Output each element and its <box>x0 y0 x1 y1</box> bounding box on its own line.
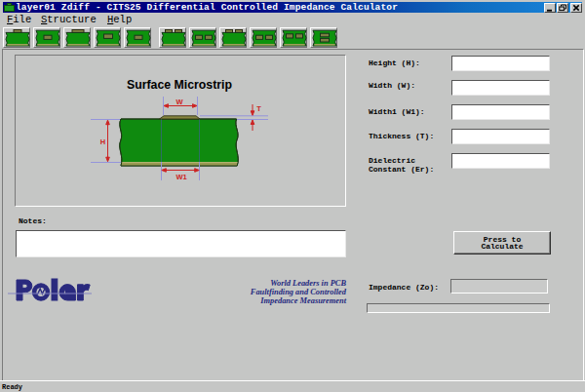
svg-text:W: W <box>176 98 183 106</box>
svg-text:W1: W1 <box>176 173 186 181</box>
svg-text:H: H <box>100 137 105 146</box>
svg-text:T: T <box>256 104 261 113</box>
